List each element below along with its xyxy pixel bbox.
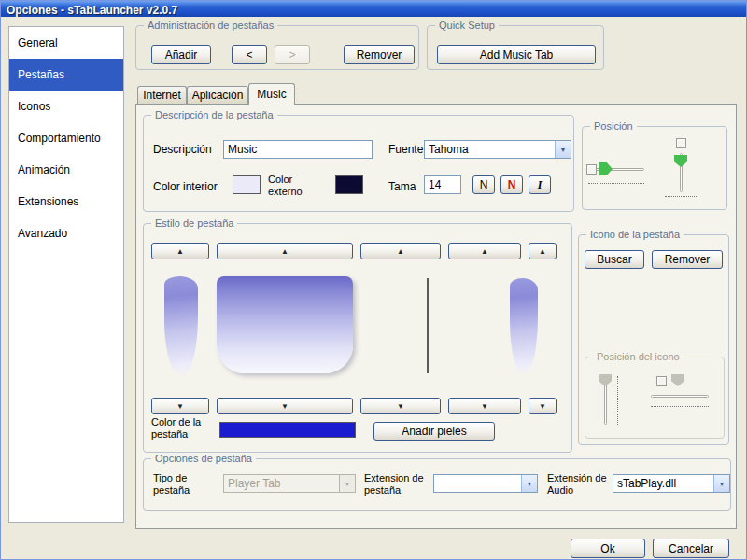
sidebar-item-extensiones[interactable]: Extensiones	[9, 186, 123, 217]
dropdown-arrow-icon[interactable]	[713, 475, 729, 492]
skin-up-button-3[interactable]: ▲	[360, 243, 441, 259]
cancel-button[interactable]: Cancelar	[653, 539, 729, 558]
add-tab-button[interactable]: Añadir	[151, 45, 211, 64]
position-group-title: Posición	[590, 120, 637, 132]
dropdown-arrow-icon[interactable]	[555, 141, 571, 158]
inner-color-label: Color interior	[153, 181, 218, 193]
remove-icon-button[interactable]: Remover	[652, 250, 723, 269]
icon-horizontal-end-box	[656, 376, 667, 386]
bold-red-button[interactable]: N	[500, 175, 523, 194]
icon-position-group: Posición del icono	[585, 357, 725, 439]
skin-preview-1	[164, 276, 198, 377]
skin-up-button-4[interactable]: ▲	[448, 243, 521, 259]
options-group-title: Opciones de pestaña	[151, 453, 256, 464]
size-input[interactable]	[424, 175, 461, 194]
skin-down-button-1[interactable]: ▼	[151, 398, 209, 414]
prev-tab-button[interactable]: <	[232, 45, 267, 64]
tab-music[interactable]: Music	[248, 83, 295, 105]
tab-type-label: Tipo de pestaña	[153, 472, 211, 497]
dropdown-arrow-icon	[339, 475, 355, 492]
horizontal-position-thumb[interactable]	[599, 162, 613, 175]
skin-down-button-5[interactable]: ▼	[529, 398, 557, 414]
outer-color-swatch[interactable]	[335, 175, 363, 194]
font-combo[interactable]: Tahoma	[424, 140, 571, 159]
skin-down-button-4[interactable]: ▼	[448, 398, 521, 414]
options-group: Opciones de pestaña Tipo de pestaña Play…	[143, 458, 731, 511]
quick-setup-group: Quick Setup Add Music Tab	[427, 25, 604, 70]
bold-button[interactable]: N	[472, 175, 495, 194]
next-tab-button[interactable]: >	[275, 45, 310, 64]
icon-vertical-thumb	[599, 374, 612, 386]
description-input[interactable]	[223, 140, 373, 159]
inner-color-swatch[interactable]	[233, 175, 261, 194]
ok-button[interactable]: Ok	[571, 539, 645, 558]
font-label: Fuente	[388, 144, 423, 156]
skin-down-button-3[interactable]: ▼	[360, 398, 441, 414]
horizontal-position-ticks	[588, 183, 644, 184]
sidebar-item-iconos[interactable]: Iconos	[9, 91, 123, 122]
skin-preview-3	[427, 278, 429, 373]
tab-extension-combo-value	[434, 475, 521, 492]
icon-vertical-ticks	[617, 376, 618, 425]
outer-color-label: Color externo	[268, 174, 317, 198]
tab-admin-group-title: Administración de pestañas	[144, 20, 277, 31]
sidebar-item-general[interactable]: General	[9, 27, 123, 59]
skin-up-button-5[interactable]: ▲	[529, 243, 557, 259]
icon-horizontal-thumb	[671, 374, 684, 386]
skin-down-button-2[interactable]: ▼	[217, 398, 353, 414]
tab-color-swatch[interactable]	[219, 422, 356, 438]
icon-position-group-title: Posición del icono	[593, 351, 684, 362]
tab-extension-combo[interactable]	[433, 474, 538, 493]
style-group: Estilo de pestaña ▲ ▲ ▲ ▲ ▲ ▼ ▼ ▼ ▼ ▼ Co…	[143, 223, 572, 453]
horizontal-position-end-box	[586, 164, 597, 175]
tab-admin-group: Administración de pestañas Añadir < > Re…	[135, 25, 419, 70]
tab-internet[interactable]: Internet	[137, 86, 187, 104]
vertical-position-ticks	[665, 196, 698, 197]
sidebar-item-pestanas[interactable]: Pestañas	[9, 59, 123, 91]
audio-extension-combo-value: sTabPlay.dll	[613, 475, 713, 492]
vertical-position-thumb[interactable]	[674, 155, 687, 167]
add-music-tab-button[interactable]: Add Music Tab	[437, 45, 596, 64]
icon-group: Icono de la pestaña Buscar Remover Posic…	[578, 234, 729, 445]
dropdown-arrow-icon[interactable]	[521, 475, 537, 492]
style-group-title: Estilo de pestaña	[151, 217, 237, 229]
tab-type-combo-value: Player Tab	[224, 475, 339, 492]
quick-setup-group-title: Quick Setup	[435, 20, 499, 31]
sidebar-item-avanzado[interactable]: Avanzado	[9, 217, 123, 249]
skin-up-button-2[interactable]: ▲	[217, 243, 353, 259]
add-skins-button[interactable]: Añadir pieles	[374, 422, 495, 441]
description-group-title: Descripción de la pestaña	[151, 109, 277, 120]
position-group: Posición	[582, 126, 727, 210]
window-title: Opciones - sTabLauncher v2.0.7	[7, 4, 177, 17]
sidebar-item-comportamiento[interactable]: Comportamiento	[9, 122, 123, 154]
audio-extension-combo[interactable]: sTabPlay.dll	[613, 474, 730, 493]
browse-icon-button[interactable]: Buscar	[585, 250, 644, 269]
sidebar: General Pestañas Iconos Comportamiento A…	[8, 26, 124, 523]
tab-aplicacion[interactable]: Aplicación	[187, 86, 248, 104]
sidebar-item-animacion[interactable]: Animación	[9, 154, 123, 186]
description-group: Descripción de la pestaña Descripción Fu…	[143, 115, 574, 212]
size-label: Tama	[388, 181, 416, 193]
icon-horizontal-groove	[651, 395, 709, 398]
skin-up-button-1[interactable]: ▲	[151, 243, 209, 259]
tab-type-combo: Player Tab	[223, 474, 356, 493]
audio-extension-label: Extensión de Audio	[547, 472, 611, 497]
skin-preview-4	[510, 278, 538, 375]
italic-button[interactable]: I	[529, 175, 551, 194]
icon-group-title: Icono de la pestaña	[586, 229, 684, 240]
description-label: Descripción	[153, 144, 212, 156]
horizontal-position-groove	[588, 168, 644, 171]
remove-tab-button[interactable]: Remover	[344, 45, 415, 64]
tab-extension-label: Extension de pestaña	[364, 472, 426, 497]
vertical-position-end-box	[676, 138, 686, 148]
tab-color-label: Color de la pestaña	[151, 416, 215, 441]
window-titlebar: Opciones - sTabLauncher v2.0.7	[1, 1, 747, 17]
skin-preview-2	[217, 276, 353, 373]
icon-horizontal-ticks	[651, 406, 709, 407]
font-combo-value: Tahoma	[425, 141, 555, 158]
